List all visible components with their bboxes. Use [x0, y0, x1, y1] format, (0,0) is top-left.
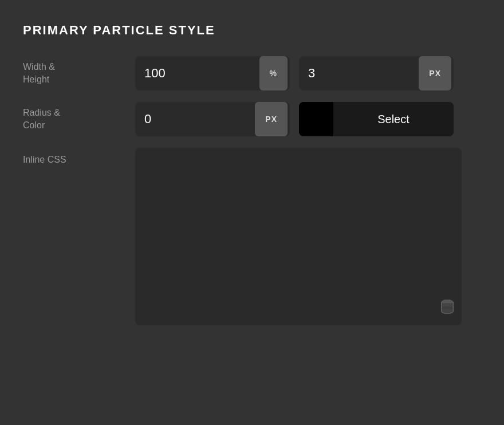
height-input[interactable] [299, 66, 416, 81]
width-unit-badge[interactable]: % [259, 56, 288, 90]
color-swatch[interactable] [299, 102, 333, 136]
width-input-group: % [135, 56, 290, 90]
radius-unit-badge[interactable]: PX [255, 102, 288, 136]
width-height-row: Width &Height % PX [23, 56, 481, 90]
width-height-label: Width &Height [23, 61, 126, 86]
radius-input[interactable] [135, 112, 253, 127]
width-input[interactable] [135, 66, 257, 81]
radius-color-row: Radius &Color PX Select [23, 102, 481, 136]
inline-css-row: Inline CSS [23, 148, 481, 325]
inline-css-label: Inline CSS [23, 148, 126, 165]
database-icon [441, 299, 454, 317]
radius-color-label: Radius &Color [23, 107, 126, 132]
css-textarea-wrapper [135, 148, 462, 325]
css-textarea[interactable] [135, 148, 462, 325]
primary-particle-style-panel: PRIMARY PARTICLE STYLE Width &Height % P… [0, 0, 504, 425]
height-unit-badge[interactable]: PX [419, 56, 451, 90]
svg-point-5 [442, 309, 453, 313]
panel-title: PRIMARY PARTICLE STYLE [23, 23, 481, 38]
select-button[interactable]: Select [333, 102, 454, 136]
color-select-group: Select [299, 102, 454, 136]
height-input-group: PX [299, 56, 454, 90]
radius-input-group: PX [135, 102, 290, 136]
